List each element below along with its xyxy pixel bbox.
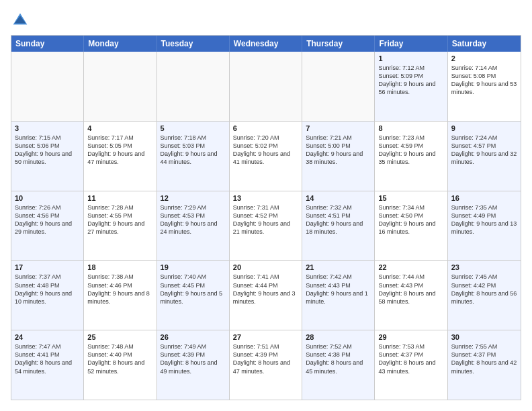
day-cell-18: 18Sunrise: 7:38 AM Sunset: 4:46 PM Dayli… (84, 261, 157, 330)
day-info: Sunrise: 7:53 AM Sunset: 4:37 PM Dayligh… (378, 342, 443, 375)
calendar-row-2: 10Sunrise: 7:26 AM Sunset: 4:56 PM Dayli… (11, 191, 521, 261)
calendar-row-4: 24Sunrise: 7:47 AM Sunset: 4:41 PM Dayli… (11, 330, 521, 400)
day-number: 22 (378, 263, 443, 271)
day-number: 21 (306, 263, 371, 271)
day-number: 27 (233, 333, 298, 341)
day-number: 15 (378, 194, 443, 202)
day-cell-13: 13Sunrise: 7:31 AM Sunset: 4:52 PM Dayli… (230, 191, 302, 261)
day-number: 4 (87, 124, 152, 132)
day-info: Sunrise: 7:49 AM Sunset: 4:39 PM Dayligh… (161, 342, 226, 375)
day-info: Sunrise: 7:26 AM Sunset: 4:56 PM Dayligh… (15, 203, 80, 236)
day-info: Sunrise: 7:29 AM Sunset: 4:53 PM Dayligh… (161, 203, 226, 236)
header-day-tuesday: Tuesday (157, 36, 230, 52)
day-cell-2: 2Sunrise: 7:14 AM Sunset: 5:08 PM Daylig… (448, 52, 521, 121)
day-info: Sunrise: 7:35 AM Sunset: 4:49 PM Dayligh… (451, 203, 517, 236)
empty-cell-0-4 (302, 52, 375, 121)
day-number: 20 (233, 263, 298, 271)
day-info: Sunrise: 7:17 AM Sunset: 5:05 PM Dayligh… (87, 134, 152, 167)
day-cell-17: 17Sunrise: 7:37 AM Sunset: 4:48 PM Dayli… (11, 261, 84, 330)
day-info: Sunrise: 7:47 AM Sunset: 4:41 PM Dayligh… (15, 342, 80, 375)
empty-cell-0-0 (11, 52, 84, 121)
day-number: 6 (233, 124, 298, 132)
day-cell-16: 16Sunrise: 7:35 AM Sunset: 4:49 PM Dayli… (448, 191, 521, 261)
day-number: 7 (306, 124, 371, 132)
logo-icon (11, 11, 30, 30)
day-number: 13 (233, 194, 298, 202)
day-cell-10: 10Sunrise: 7:26 AM Sunset: 4:56 PM Dayli… (11, 191, 84, 261)
day-info: Sunrise: 7:12 AM Sunset: 5:09 PM Dayligh… (378, 64, 443, 97)
day-number: 30 (451, 333, 517, 341)
header-day-monday: Monday (84, 36, 157, 52)
day-number: 26 (161, 333, 226, 341)
day-info: Sunrise: 7:14 AM Sunset: 5:08 PM Dayligh… (451, 64, 517, 97)
day-number: 1 (378, 54, 443, 62)
calendar-header: SundayMondayTuesdayWednesdayThursdayFrid… (11, 36, 521, 52)
day-number: 8 (378, 124, 443, 132)
day-info: Sunrise: 7:32 AM Sunset: 4:51 PM Dayligh… (306, 203, 371, 236)
day-cell-20: 20Sunrise: 7:41 AM Sunset: 4:44 PM Dayli… (230, 261, 302, 330)
day-info: Sunrise: 7:48 AM Sunset: 4:40 PM Dayligh… (87, 342, 152, 375)
day-cell-12: 12Sunrise: 7:29 AM Sunset: 4:53 PM Dayli… (157, 191, 230, 261)
day-info: Sunrise: 7:52 AM Sunset: 4:38 PM Dayligh… (306, 342, 371, 375)
day-number: 19 (161, 263, 226, 271)
day-number: 18 (87, 263, 152, 271)
page: SundayMondayTuesdayWednesdayThursdayFrid… (0, 0, 532, 411)
empty-cell-0-3 (230, 52, 302, 121)
day-info: Sunrise: 7:31 AM Sunset: 4:52 PM Dayligh… (233, 203, 298, 236)
day-number: 11 (87, 194, 152, 202)
day-info: Sunrise: 7:44 AM Sunset: 4:43 PM Dayligh… (378, 273, 443, 306)
day-cell-30: 30Sunrise: 7:55 AM Sunset: 4:37 PM Dayli… (448, 330, 521, 400)
calendar-row-0: 1Sunrise: 7:12 AM Sunset: 5:09 PM Daylig… (11, 52, 521, 122)
day-cell-26: 26Sunrise: 7:49 AM Sunset: 4:39 PM Dayli… (157, 330, 230, 400)
day-info: Sunrise: 7:38 AM Sunset: 4:46 PM Dayligh… (87, 273, 152, 306)
day-info: Sunrise: 7:37 AM Sunset: 4:48 PM Dayligh… (15, 273, 80, 306)
day-number: 24 (15, 333, 80, 341)
day-cell-8: 8Sunrise: 7:23 AM Sunset: 4:59 PM Daylig… (375, 122, 447, 191)
day-info: Sunrise: 7:21 AM Sunset: 5:00 PM Dayligh… (306, 134, 371, 167)
calendar-row-1: 3Sunrise: 7:15 AM Sunset: 5:06 PM Daylig… (11, 122, 521, 191)
header (11, 11, 521, 30)
day-cell-22: 22Sunrise: 7:44 AM Sunset: 4:43 PM Dayli… (375, 261, 447, 330)
day-info: Sunrise: 7:55 AM Sunset: 4:37 PM Dayligh… (451, 342, 517, 375)
day-cell-11: 11Sunrise: 7:28 AM Sunset: 4:55 PM Dayli… (84, 191, 157, 261)
day-info: Sunrise: 7:23 AM Sunset: 4:59 PM Dayligh… (378, 134, 443, 167)
header-day-sunday: Sunday (11, 36, 84, 52)
calendar-row-3: 17Sunrise: 7:37 AM Sunset: 4:48 PM Dayli… (11, 261, 521, 330)
day-cell-28: 28Sunrise: 7:52 AM Sunset: 4:38 PM Dayli… (302, 330, 375, 400)
day-number: 12 (161, 194, 226, 202)
day-info: Sunrise: 7:28 AM Sunset: 4:55 PM Dayligh… (87, 203, 152, 236)
day-info: Sunrise: 7:20 AM Sunset: 5:02 PM Dayligh… (233, 134, 298, 167)
day-cell-23: 23Sunrise: 7:45 AM Sunset: 4:42 PM Dayli… (448, 261, 521, 330)
day-number: 3 (15, 124, 80, 132)
day-cell-3: 3Sunrise: 7:15 AM Sunset: 5:06 PM Daylig… (11, 122, 84, 191)
day-number: 23 (451, 263, 517, 271)
day-cell-29: 29Sunrise: 7:53 AM Sunset: 4:37 PM Dayli… (375, 330, 447, 400)
day-cell-9: 9Sunrise: 7:24 AM Sunset: 4:57 PM Daylig… (448, 122, 521, 191)
day-cell-7: 7Sunrise: 7:21 AM Sunset: 5:00 PM Daylig… (302, 122, 375, 191)
calendar: SundayMondayTuesdayWednesdayThursdayFrid… (11, 35, 521, 400)
day-cell-14: 14Sunrise: 7:32 AM Sunset: 4:51 PM Dayli… (302, 191, 375, 261)
day-info: Sunrise: 7:34 AM Sunset: 4:50 PM Dayligh… (378, 203, 443, 236)
day-number: 16 (451, 194, 517, 202)
header-day-thursday: Thursday (302, 36, 375, 52)
day-cell-4: 4Sunrise: 7:17 AM Sunset: 5:05 PM Daylig… (84, 122, 157, 191)
day-cell-19: 19Sunrise: 7:40 AM Sunset: 4:45 PM Dayli… (157, 261, 230, 330)
day-cell-25: 25Sunrise: 7:48 AM Sunset: 4:40 PM Dayli… (84, 330, 157, 400)
day-info: Sunrise: 7:41 AM Sunset: 4:44 PM Dayligh… (233, 273, 298, 306)
day-number: 2 (451, 54, 517, 62)
day-info: Sunrise: 7:24 AM Sunset: 4:57 PM Dayligh… (451, 134, 517, 167)
day-info: Sunrise: 7:42 AM Sunset: 4:43 PM Dayligh… (306, 273, 371, 306)
day-number: 5 (161, 124, 226, 132)
day-info: Sunrise: 7:18 AM Sunset: 5:03 PM Dayligh… (161, 134, 226, 167)
calendar-body: 1Sunrise: 7:12 AM Sunset: 5:09 PM Daylig… (11, 52, 521, 400)
svg-marker-1 (15, 15, 26, 23)
day-cell-6: 6Sunrise: 7:20 AM Sunset: 5:02 PM Daylig… (230, 122, 302, 191)
day-number: 17 (15, 263, 80, 271)
day-cell-5: 5Sunrise: 7:18 AM Sunset: 5:03 PM Daylig… (157, 122, 230, 191)
day-number: 25 (87, 333, 152, 341)
header-day-wednesday: Wednesday (230, 36, 302, 52)
day-number: 9 (451, 124, 517, 132)
day-info: Sunrise: 7:51 AM Sunset: 4:39 PM Dayligh… (233, 342, 298, 375)
logo (11, 11, 32, 30)
day-number: 28 (306, 333, 371, 341)
